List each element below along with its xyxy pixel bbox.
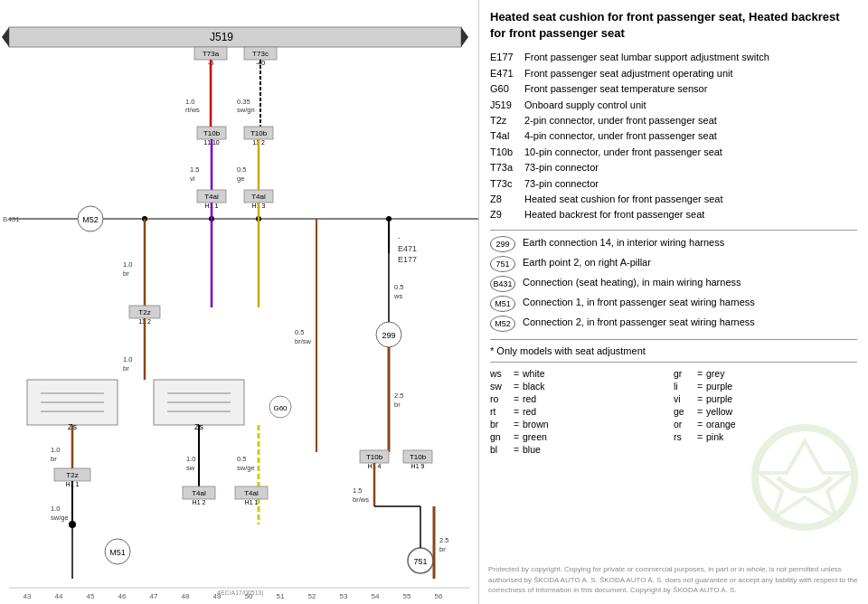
svg-text:56: 56 bbox=[435, 592, 443, 600]
svg-text:sw/ge: sw/ge bbox=[237, 464, 255, 472]
color-row: ws=white bbox=[490, 368, 674, 379]
svg-text:43: 43 bbox=[24, 592, 32, 600]
component-code: Z9 bbox=[490, 208, 524, 222]
svg-text:T4al: T4al bbox=[192, 489, 206, 497]
separator-2 bbox=[490, 339, 857, 340]
svg-text:T73c: T73c bbox=[252, 50, 269, 58]
component-desc: 4-pin connector, under front passenger s… bbox=[524, 129, 717, 143]
svg-text:br/sw: br/sw bbox=[295, 337, 312, 345]
component-desc: Front passenger seat temperature sensor bbox=[524, 82, 707, 96]
svg-text:45: 45 bbox=[87, 592, 95, 600]
color-eq: = bbox=[510, 381, 523, 392]
connections-section: 299Earth connection 14, in interior wiri… bbox=[490, 236, 857, 332]
color-name: black bbox=[523, 381, 545, 392]
svg-text:44: 44 bbox=[55, 592, 63, 600]
connection-desc: Connection 2, in front passenger seat wi… bbox=[523, 316, 755, 327]
svg-text:br/ws: br/ws bbox=[353, 495, 369, 504]
color-abbr: or bbox=[674, 419, 693, 429]
color-eq: = bbox=[510, 444, 523, 455]
connection-desc: Earth connection 14, in interior wiring … bbox=[523, 236, 724, 248]
svg-text:299: 299 bbox=[382, 331, 395, 340]
component-desc: Front passenger seat adjustment operatin… bbox=[524, 67, 733, 80]
svg-text:H1 1: H1 1 bbox=[245, 499, 259, 505]
svg-text:sw/ge: sw/ge bbox=[51, 514, 69, 522]
color-row: vi=purple bbox=[674, 393, 857, 404]
color-name: pink bbox=[706, 431, 723, 442]
component-desc: Onboard supply control unit bbox=[524, 99, 646, 112]
connection-row: M51Connection 1, in front passenger seat… bbox=[490, 296, 857, 312]
color-eq: = bbox=[510, 393, 523, 404]
color-row: ge=yellow bbox=[674, 406, 857, 417]
component-desc: 73-pin connector bbox=[524, 177, 599, 191]
component-code: Z8 bbox=[490, 193, 524, 206]
svg-text:T4al: T4al bbox=[244, 489, 259, 497]
svg-text:55: 55 bbox=[403, 592, 411, 600]
component-desc: Heated backrest for front passenger seat bbox=[524, 208, 704, 222]
color-col-left: ws=whitesw=blackro=redrt=redbr=browngn=g… bbox=[490, 368, 674, 457]
color-eq: = bbox=[693, 419, 706, 429]
component-desc: Heated seat cushion for front passenger … bbox=[524, 193, 723, 206]
component-desc: 10-pin connector, under front passenger … bbox=[524, 146, 722, 159]
svg-text:sw: sw bbox=[186, 464, 195, 472]
color-abbr: li bbox=[674, 381, 693, 392]
component-code: T73a bbox=[490, 161, 524, 175]
component-row: T73c73-pin connector bbox=[490, 177, 857, 191]
svg-text:vi: vi bbox=[190, 175, 195, 183]
svg-text:T10b: T10b bbox=[410, 453, 427, 461]
svg-text:br: br bbox=[123, 269, 129, 278]
svg-text:46: 46 bbox=[118, 592, 127, 600]
color-eq: = bbox=[693, 431, 706, 442]
color-row: gn=green bbox=[490, 431, 674, 442]
svg-text:E177: E177 bbox=[398, 255, 417, 264]
connection-circle: M52 bbox=[490, 316, 515, 332]
color-eq: = bbox=[510, 419, 523, 429]
svg-text:-: - bbox=[398, 233, 401, 241]
svg-text:M52: M52 bbox=[82, 215, 99, 224]
svg-text:ws: ws bbox=[393, 292, 402, 300]
color-abbr: ro bbox=[490, 393, 510, 404]
svg-text:0.5: 0.5 bbox=[237, 165, 246, 174]
svg-text:1.0: 1.0 bbox=[123, 260, 132, 269]
color-abbr: gn bbox=[490, 431, 510, 442]
color-eq: = bbox=[510, 368, 523, 379]
color-abbr: rt bbox=[490, 406, 510, 417]
component-row: T2z2-pin connector, under front passenge… bbox=[490, 114, 857, 127]
svg-text:54: 54 bbox=[372, 592, 380, 600]
svg-text:1.0: 1.0 bbox=[123, 355, 132, 363]
component-row: T4al4-pin connector, under front passeng… bbox=[490, 129, 857, 143]
color-eq: = bbox=[693, 368, 706, 379]
color-abbr: br bbox=[490, 419, 510, 429]
svg-text:1.0: 1.0 bbox=[185, 98, 194, 106]
color-abbr: bl bbox=[490, 444, 510, 455]
component-code: E177 bbox=[490, 51, 524, 64]
connection-row: 299Earth connection 14, in interior wiri… bbox=[490, 236, 857, 252]
svg-text:T73a: T73a bbox=[203, 50, 220, 58]
svg-text:2.5: 2.5 bbox=[394, 392, 403, 400]
svg-text:751: 751 bbox=[413, 557, 427, 566]
note-text: * Only models with seat adjustment bbox=[490, 345, 646, 356]
svg-text:2.5: 2.5 bbox=[439, 536, 448, 544]
connection-row: B431Connection (seat heating), in main w… bbox=[490, 276, 857, 292]
color-name: purple bbox=[706, 393, 732, 404]
svg-text:br: br bbox=[439, 545, 446, 553]
component-code: E471 bbox=[490, 67, 524, 80]
component-row: E177Front passenger seat lumbar support … bbox=[490, 51, 857, 64]
svg-text:T10b: T10b bbox=[366, 453, 383, 461]
color-abbr: sw bbox=[490, 381, 510, 392]
components-section: E177Front passenger seat lumbar support … bbox=[490, 51, 857, 222]
svg-text:4EC/A17/00513|: 4EC/A17/00513| bbox=[217, 590, 263, 597]
color-row: sw=black bbox=[490, 381, 674, 392]
svg-rect-1 bbox=[9, 27, 461, 47]
component-row: E471Front passenger seat adjustment oper… bbox=[490, 67, 857, 80]
component-row: T10b10-pin connector, under front passen… bbox=[490, 146, 857, 159]
color-row: li=purple bbox=[674, 381, 857, 392]
svg-text:0.35: 0.35 bbox=[237, 98, 250, 106]
color-row: ro=red bbox=[490, 393, 674, 404]
svg-text:T4al: T4al bbox=[251, 193, 266, 201]
connection-circle: M51 bbox=[490, 296, 515, 312]
color-name: white bbox=[523, 368, 545, 379]
svg-text:0.5: 0.5 bbox=[237, 455, 246, 463]
legend-panel: Heated seat cushion for front passenger … bbox=[479, 0, 868, 604]
svg-text:48: 48 bbox=[182, 592, 190, 600]
connection-desc: Connection 1, in front passenger seat wi… bbox=[523, 296, 755, 307]
